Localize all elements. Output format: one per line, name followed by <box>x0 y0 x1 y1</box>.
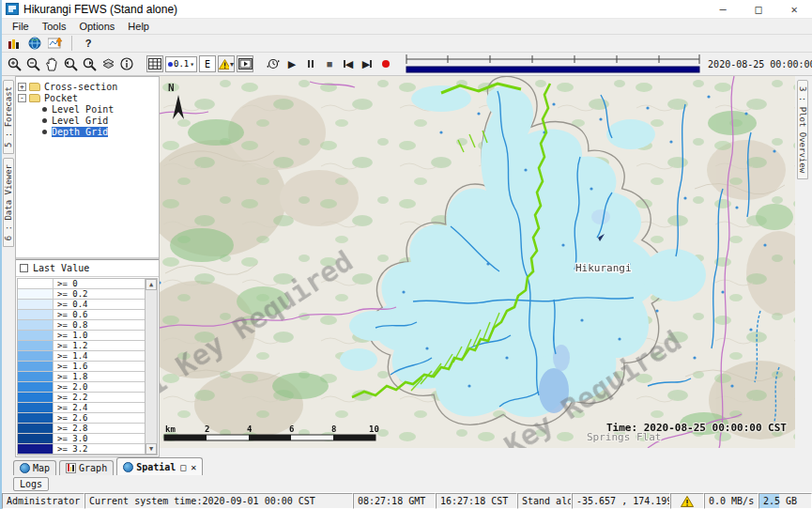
go-to-start-button[interactable]: ◀ <box>340 55 357 72</box>
play-button[interactable]: ▶ <box>283 55 300 72</box>
legend-row: >= 0.6 <box>18 310 145 320</box>
tab-data-viewer[interactable]: 6 : Data Viewer <box>3 158 14 247</box>
folder-icon <box>29 94 40 102</box>
legend-swatch <box>18 331 54 340</box>
scroll-up-icon[interactable]: ▲ <box>146 279 157 290</box>
warning-threshold-dropdown[interactable]: ▾ <box>218 55 235 72</box>
title-bar: Hikurangi FEWS (Stand alone) – □ ✕ <box>2 0 812 19</box>
legend-scrollbar[interactable]: ▲ ▼ <box>145 279 157 455</box>
animation-settings-icon[interactable] <box>265 55 282 72</box>
legend-swatch <box>18 362 54 371</box>
tab-plot-overview[interactable]: 3 : Plot Overview <box>797 80 808 179</box>
tree-item-label: Cross-section <box>44 82 117 92</box>
legend-row: >= 2.4 <box>18 403 145 413</box>
pan-hand-icon[interactable] <box>43 55 60 72</box>
bottom-tab-bar: Map Graph Spatial □ ✕ <box>2 457 812 475</box>
tree-item-label: Level Point <box>52 104 114 115</box>
tree-item-level-point[interactable]: Level Point <box>31 103 157 115</box>
warning-icon <box>681 496 694 507</box>
status-gmt-time: 08:27:18 GMT <box>353 493 436 509</box>
logs-button[interactable]: Logs <box>13 477 49 491</box>
tree-item-level-grid[interactable]: Level Grid <box>31 115 157 126</box>
last-value-label: Last Value <box>33 263 89 273</box>
legend-swatch <box>18 372 54 381</box>
tab-maximize-icon[interactable]: □ <box>180 462 186 472</box>
bar-chart-icon <box>66 463 76 473</box>
app-icon <box>6 3 19 15</box>
toolbar-separator <box>71 36 72 51</box>
zoom-in-icon[interactable] <box>6 55 23 72</box>
grid-display-icon[interactable] <box>146 55 163 72</box>
tab-graph[interactable]: Graph <box>59 460 114 475</box>
menu-file[interactable]: File <box>6 20 36 33</box>
legend-row: >= 1.4 <box>18 351 145 362</box>
timeseries-edit-icon[interactable] <box>47 35 64 52</box>
legend-row: >= 2.0 <box>18 382 145 393</box>
status-warning-cell[interactable] <box>670 493 704 509</box>
tab-close-icon[interactable]: ✕ <box>191 462 196 472</box>
tab-map[interactable]: Map <box>13 460 56 475</box>
scroll-down-icon[interactable]: ▼ <box>146 443 157 455</box>
tab-spatial[interactable]: Spatial □ ✕ <box>116 457 203 475</box>
help-icon[interactable]: ? <box>80 35 97 52</box>
record-button[interactable] <box>377 55 394 72</box>
movie-export-icon[interactable] <box>237 55 253 72</box>
svg-text:6: 6 <box>289 424 294 434</box>
scalar-chart-icon[interactable] <box>6 35 23 52</box>
close-button[interactable]: ✕ <box>776 0 812 18</box>
data-viewer-panel: + Cross-section - Pocket Level Point Lev… <box>15 76 160 457</box>
globe-icon <box>123 462 133 472</box>
svg-text:km: km <box>165 424 176 434</box>
main-toolbar: ? <box>2 35 812 53</box>
maximize-button[interactable]: □ <box>741 0 776 18</box>
tree-item-pocket[interactable]: - Pocket <box>18 92 157 103</box>
map-canvas[interactable]: API Key Required API Key Required N Hiku… <box>160 76 795 448</box>
minimize-button[interactable]: – <box>705 0 741 18</box>
legend-row: >= 0.4 <box>18 300 145 310</box>
tree-item-label: Level Grid <box>52 116 108 126</box>
status-download-rate: 0.0 MB/s <box>704 493 758 509</box>
legend-panel: Last Value >= 0 >= 0.2 >= 0.4 >= 0.6 >= … <box>16 259 159 456</box>
tree-item-label: Depth Grid <box>52 127 108 137</box>
map-globe-icon[interactable] <box>26 35 43 52</box>
legend-class-list: >= 0 >= 0.2 >= 0.4 >= 0.6 >= 0.8 >= 1.0 … <box>18 279 145 455</box>
left-tab-strip: 5 : Forecast 6 : Data Viewer <box>2 76 15 457</box>
zoom-next-icon[interactable] <box>81 55 98 72</box>
tree-item-depth-grid[interactable]: Depth Grid <box>31 126 157 137</box>
map-toolbar: 0.1 ▾ E ▾ ▶ ■ ◀ ▶ <box>2 53 812 76</box>
zoom-previous-icon[interactable] <box>62 55 79 72</box>
legend-row: >= 2.8 <box>18 424 145 434</box>
info-icon[interactable] <box>118 55 135 72</box>
expand-icon[interactable]: + <box>18 83 26 91</box>
menu-options[interactable]: Options <box>72 20 121 33</box>
legend-row: >= 1.2 <box>18 341 145 351</box>
svg-text:2: 2 <box>205 424 209 434</box>
legend-swatch <box>18 413 54 423</box>
legend-toggle-button[interactable]: E <box>199 55 216 72</box>
legend-swatch <box>18 444 54 454</box>
filter-tree: + Cross-section - Pocket Level Point Lev… <box>16 77 159 259</box>
legend-swatch <box>18 310 54 319</box>
zoom-out-icon[interactable] <box>24 55 41 72</box>
class-break-dropdown[interactable]: 0.1 ▾ <box>165 56 197 72</box>
tree-item-cross-section[interactable]: + Cross-section <box>18 81 157 92</box>
tab-forecast[interactable]: 5 : Forecast <box>3 80 14 154</box>
stop-button[interactable]: ■ <box>321 55 338 72</box>
chevron-down-icon: ▾ <box>230 60 234 69</box>
legend-swatch <box>18 403 54 412</box>
legend-row: >= 0.8 <box>18 320 145 331</box>
pause-button[interactable] <box>302 55 319 72</box>
status-local-time: 16:27:18 CST <box>436 493 517 509</box>
menu-tools[interactable]: Tools <box>36 20 73 33</box>
layers-icon[interactable] <box>100 55 116 72</box>
last-value-checkbox[interactable] <box>20 264 28 272</box>
menu-bar: File Tools Options Help <box>2 19 812 35</box>
town-label: Hikurangi <box>575 262 632 274</box>
go-to-end-button[interactable]: ▶ <box>359 55 375 72</box>
class-break-dot-icon <box>168 62 173 67</box>
collapse-icon[interactable]: - <box>18 94 26 102</box>
time-span-bar[interactable] <box>406 67 699 72</box>
menu-help[interactable]: Help <box>121 20 156 33</box>
time-slider[interactable] <box>404 54 702 74</box>
legend-row: >= 0.2 <box>18 289 145 300</box>
